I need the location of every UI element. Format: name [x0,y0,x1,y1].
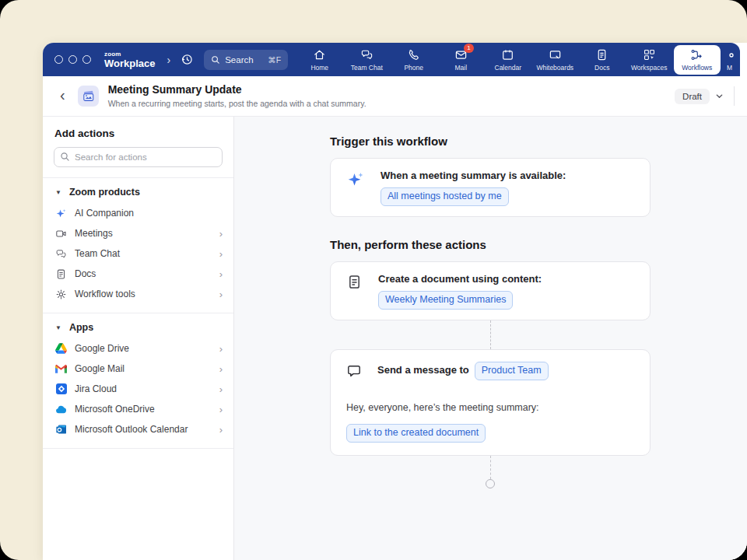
workflow-app-icon [78,86,99,107]
top-navbar: zoom Workplace › Search ⌘F Home Team Cha [43,43,740,76]
nav-item-team-chat[interactable]: Team Chat [343,43,391,76]
desktop-background: zoom Workplace › Search ⌘F Home Team Cha [0,0,747,560]
action-card-body: Create a document using content: Weekly … [378,272,542,310]
back-button[interactable]: ‹ [60,87,65,103]
gmail-icon [55,363,67,375]
document-icon [55,268,67,280]
workflow-titles: Meeting Summary Update When a recurring … [108,84,366,107]
window-dot[interactable] [68,55,77,64]
main-area: Add actions ▼ Zoom products [43,117,747,560]
history-icon[interactable] [181,53,194,66]
home-icon [313,48,326,61]
chevron-right-icon: › [219,289,223,299]
team-chat-icon [360,48,374,61]
chevron-right-icon: › [219,384,223,394]
send-message-title: Send a message to [377,364,469,376]
nav-item-clipped[interactable]: M [721,43,740,76]
sidebar-item-google-mail[interactable]: Google Mail › [54,359,223,379]
chevron-right-icon: › [219,269,223,279]
search-shortcut: ⌘F [268,55,281,65]
sidebar-item-workflow-tools[interactable]: Workflow tools › [54,284,223,304]
section-zoom-products: ▼ Zoom products AI Companion Meetings [43,178,233,306]
phone-icon [407,48,420,61]
flow-connector [490,320,491,349]
search-actions-input[interactable] [54,147,223,167]
header-actions: Draft [675,86,735,106]
chevron-right-icon: › [219,404,223,415]
sidebar-item-ai-companion[interactable]: AI Companion [54,203,223,223]
section-apps: ▼ Apps Google Drive › Goog [43,313,233,441]
channel-chip[interactable]: Product Team [475,362,549,380]
sidebar-search [43,147,233,167]
outlook-icon [55,424,67,436]
divider [43,448,233,449]
logo-workplace-text: Workplace [104,58,156,68]
mail-icon: 1 [454,48,468,61]
nav-item-phone[interactable]: Phone [391,43,438,76]
window-dot[interactable] [82,55,91,64]
workflows-icon [690,48,703,61]
actions-sidebar: Add actions ▼ Zoom products [43,117,234,560]
window-dot[interactable] [54,55,63,64]
calendar-icon [501,48,514,61]
google-drive-icon [55,343,67,355]
triangle-down-icon: ▼ [55,324,61,331]
jira-icon [55,383,67,395]
message-text: Hey, everyone, here’s the meeting summar… [346,402,539,413]
document-content-chip[interactable]: Weekly Meeting Summaries [378,291,513,310]
sidebar-heading: Add actions [43,128,233,139]
flow-connector [490,456,491,479]
search-icon [60,152,70,162]
chevron-right-icon: › [219,344,223,354]
sidebar-item-team-chat[interactable]: Team Chat › [54,243,223,264]
trigger-heading: Trigger this workflow [330,135,651,148]
message-card-header: Send a message toProduct Team [331,350,561,392]
document-link-chip[interactable]: Link to the created document [346,424,486,443]
chevron-down-icon[interactable] [715,92,724,100]
chevron-right-icon: › [219,425,223,435]
header-divider [734,86,735,106]
section-header-zoom-products[interactable]: ▼ Zoom products [54,187,223,198]
primary-nav: Home Team Chat Phone 1 Mail [296,43,741,76]
nav-item-calendar[interactable]: Calendar [485,43,532,76]
trigger-scope-chip[interactable]: All meetings hosted by me [381,187,509,206]
sidebar-item-google-drive[interactable]: Google Drive › [54,338,223,359]
window-controls[interactable] [54,55,91,64]
ai-sparkle-icon [346,170,365,189]
app-window: zoom Workplace › Search ⌘F Home Team Cha [43,43,747,560]
page-title: Meeting Summary Update [108,84,366,96]
more-icon [727,48,738,61]
docs-icon [595,48,608,61]
sidebar-item-docs[interactable]: Docs › [54,264,223,284]
search-placeholder: Search [225,55,253,65]
sidebar-item-jira-cloud[interactable]: Jira Cloud › [54,379,223,399]
nav-item-whiteboards[interactable]: Whiteboards [531,43,579,76]
gear-icon [55,289,67,300]
actions-heading: Then, perform these actions [330,238,651,251]
nav-item-home[interactable]: Home [296,43,344,76]
sidebar-item-meetings[interactable]: Meetings › [54,223,223,243]
logo-zoom-text: zoom [104,51,156,58]
zoom-workplace-logo: zoom Workplace [104,51,156,68]
sidebar-item-microsoft-onedrive[interactable]: Microsoft OneDrive › [54,399,223,419]
nav-item-mail[interactable]: 1 Mail [437,43,485,76]
nav-item-workflows[interactable]: Workflows [674,45,721,75]
chevron-right-icon: › [219,249,223,259]
ai-sparkle-icon [55,208,67,219]
mail-unread-badge: 1 [464,44,473,54]
trigger-card[interactable]: When a meeting summary is available: All… [330,158,651,217]
whiteboards-icon [549,48,562,61]
nav-item-workspaces[interactable]: Workspaces [626,43,673,76]
section-header-apps[interactable]: ▼ Apps [54,322,223,333]
message-card-body: Hey, everyone, here’s the meeting summar… [331,393,552,455]
flow-end-node[interactable] [486,479,495,488]
page-subtitle: When a recurring meeting starts, post th… [108,99,366,108]
workflow-header: ‹ Meeting Summary Update When a recurrin… [43,76,747,117]
status-badge[interactable]: Draft [675,89,710,104]
nav-item-docs[interactable]: Docs [579,43,626,76]
chevron-right-icon[interactable]: › [167,54,171,65]
global-search[interactable]: Search ⌘F [204,50,288,70]
sidebar-item-microsoft-outlook-calendar[interactable]: Microsoft Outlook Calendar › [54,419,223,439]
action-card-create-document[interactable]: Create a document using content: Weekly … [330,261,651,320]
action-card-send-message[interactable]: Send a message toProduct Team Hey, every… [330,349,651,456]
